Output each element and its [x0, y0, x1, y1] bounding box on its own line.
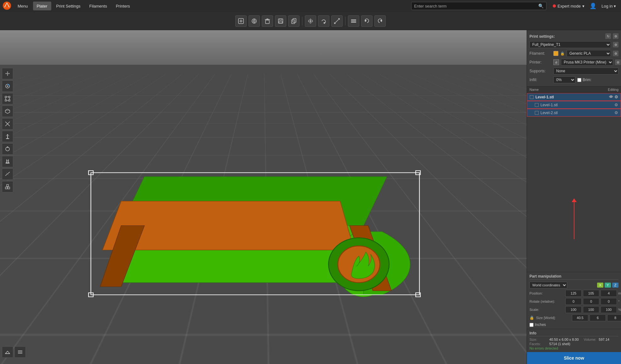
floor-view-button[interactable]: [2, 346, 13, 358]
sub-item-1-gear-icon[interactable]: ⚙: [614, 102, 618, 107]
brim-checkbox[interactable]: [577, 78, 581, 82]
printer-row: Printer: 🖨 Prusa MK3 Printer (Mine) ⚙: [529, 58, 618, 67]
size-lock-icon[interactable]: 🔒: [529, 316, 534, 320]
filament-select[interactable]: Generic PLA: [567, 50, 611, 57]
eye-icon[interactable]: 👁: [609, 95, 613, 99]
svg-rect-41: [5, 100, 7, 101]
svg-rect-62: [5, 187, 7, 189]
menu-button[interactable]: Menu: [14, 2, 32, 10]
position-row: Position: mm: [529, 290, 618, 297]
print-profile-settings-icon[interactable]: ⚙: [613, 42, 618, 47]
search-box[interactable]: 🔍: [411, 2, 546, 10]
assembly-button[interactable]: [2, 181, 13, 192]
print-profile-row: Full_Pipeline_T1 ⚙: [529, 40, 618, 49]
size-y-input[interactable]: [590, 314, 606, 321]
toolbar: [0, 12, 621, 30]
infill-select[interactable]: 0%: [553, 76, 575, 83]
print-settings-refresh-icon[interactable]: ↻: [605, 33, 611, 39]
object-list-sub-item-1[interactable]: Level-1.stl ⚙: [527, 101, 621, 109]
expert-mode-label: Expert mode: [557, 4, 581, 8]
position-z-input[interactable]: [601, 290, 617, 297]
coord-system-row: World coordinates Local coordinates X Y …: [529, 282, 618, 289]
svg-marker-24: [365, 19, 367, 22]
printers-button[interactable]: Printers: [112, 2, 134, 10]
size-x-input[interactable]: [572, 314, 588, 321]
size-row: 🔒 Size [World]: mm: [529, 314, 618, 321]
delete-button[interactable]: [262, 15, 273, 27]
cut-tool-button[interactable]: [2, 118, 13, 130]
print-settings-button[interactable]: Print Settings: [53, 2, 84, 10]
rotate-x-input[interactable]: [565, 298, 582, 305]
nav-right: Expert mode ▾ 👤 Log in ▾: [550, 3, 618, 9]
part-manipulation-header: Part manipulation: [529, 274, 618, 280]
supports-button[interactable]: [2, 131, 13, 142]
sub-item-2-checkbox[interactable]: [535, 111, 539, 115]
info-panel: Info Size: 40.50 x 6.00 x 8.00 Volume: 5…: [527, 329, 621, 352]
arrow-area: [527, 117, 621, 179]
copy-button[interactable]: [288, 15, 299, 27]
sub-item-1-checkbox[interactable]: [535, 103, 539, 107]
supports-select[interactable]: None: [553, 68, 618, 74]
place-on-face-button[interactable]: [2, 106, 13, 117]
y-axis-label: Y: [605, 283, 611, 288]
svg-rect-13: [293, 19, 296, 22]
rotate-label: Rotate (relative):: [529, 300, 564, 303]
print-settings-section: Print settings: ↻ ⚙ Full_Pipeline_T1 ⚙ F…: [527, 30, 621, 86]
measure-button[interactable]: [2, 168, 13, 180]
scale-button[interactable]: [331, 15, 343, 27]
position-y-input[interactable]: [583, 290, 599, 297]
right-panel: Print settings: ↻ ⚙ Full_Pipeline_T1 ⚙ F…: [527, 30, 621, 364]
printer-settings-icon[interactable]: ⚙: [615, 59, 621, 65]
arrange-button[interactable]: [249, 15, 260, 27]
rotate-z-input[interactable]: [601, 298, 617, 305]
layer-view-button[interactable]: [14, 346, 26, 358]
expert-mode-button[interactable]: Expert mode ▾: [550, 3, 587, 9]
group-item-checkbox[interactable]: [530, 95, 534, 99]
filaments-button[interactable]: Filaments: [86, 2, 111, 10]
undo-button[interactable]: [361, 15, 372, 27]
viewport[interactable]: [0, 30, 527, 364]
toolbar-separator-2: [345, 17, 345, 25]
save-button[interactable]: [275, 15, 286, 27]
slice-now-button[interactable]: Slice now: [527, 352, 621, 364]
object-list-sub-item-2[interactable]: Level-2.stl ⚙: [527, 109, 621, 117]
search-input[interactable]: [414, 4, 536, 8]
filament-settings-icon[interactable]: ⚙: [613, 51, 618, 56]
plater-button[interactable]: Plater: [33, 2, 51, 10]
add-object-button[interactable]: [235, 15, 247, 27]
seam-button[interactable]: [2, 143, 13, 155]
top-nav: Menu Plater Print Settings Filaments Pri…: [0, 0, 621, 12]
move-tool-button[interactable]: [2, 68, 13, 79]
scale-tool-button[interactable]: [2, 93, 13, 104]
svg-rect-8: [266, 20, 269, 24]
x-axis-label: X: [597, 283, 603, 288]
redo-button[interactable]: [374, 15, 386, 27]
size-z-input[interactable]: [607, 314, 621, 321]
rotate-y-input[interactable]: [583, 298, 599, 305]
group-item-gear-icon[interactable]: ⚙: [614, 95, 618, 99]
sub-item-2-gear-icon[interactable]: ⚙: [614, 110, 618, 115]
rotate-tool-button[interactable]: [2, 80, 13, 92]
rotate-button[interactable]: [318, 15, 329, 27]
filament-row: Filament: 🔒 Generic PLA ⚙: [529, 49, 618, 58]
login-button[interactable]: Log in ▾: [599, 3, 618, 9]
info-size-value: 40.50 x 6.00 x 8.00: [549, 338, 579, 341]
coord-system-select[interactable]: World coordinates Local coordinates: [529, 282, 567, 289]
svg-rect-39: [5, 96, 7, 98]
scale-z-input[interactable]: [601, 306, 617, 313]
scale-unit: %: [618, 308, 621, 312]
fdm-supports-button[interactable]: [2, 156, 13, 167]
view-button[interactable]: [348, 15, 359, 27]
printer-select[interactable]: Prusa MK3 Printer (Mine): [561, 59, 613, 66]
position-x-input[interactable]: [565, 290, 582, 297]
scale-x-input[interactable]: [565, 306, 582, 313]
scale-y-input[interactable]: [583, 306, 599, 313]
bottom-left-tools: [2, 346, 26, 358]
object-list-group-item[interactable]: Level-1.stl 👁 ⚙: [527, 93, 621, 101]
left-toolbar: [2, 68, 13, 192]
svg-rect-63: [8, 187, 10, 189]
print-profile-select[interactable]: Full_Pipeline_T1: [529, 41, 611, 48]
inches-checkbox[interactable]: [529, 323, 534, 327]
center-button[interactable]: [305, 15, 316, 27]
print-settings-gear-icon[interactable]: ⚙: [613, 33, 618, 39]
